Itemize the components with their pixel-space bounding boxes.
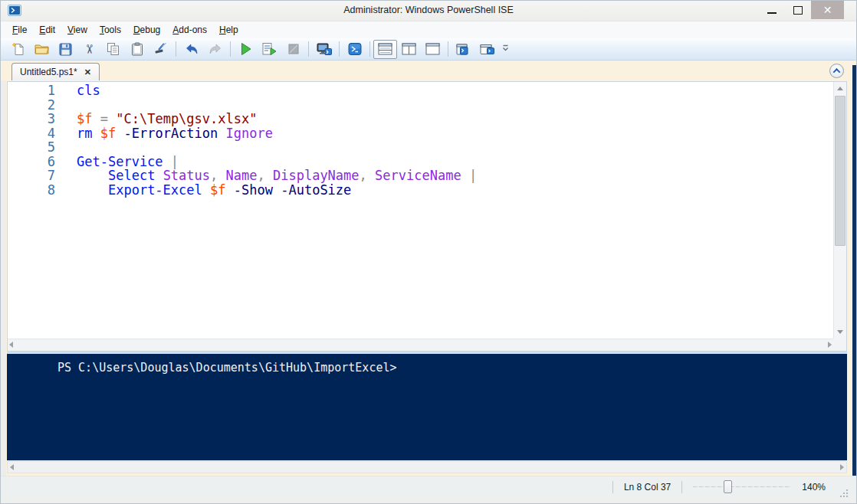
close-icon: ✕ [823, 4, 832, 16]
editor-horizontal-scrollbar[interactable] [8, 339, 833, 351]
statusbar-separator [681, 481, 682, 493]
script-tab[interactable]: Untitled5.ps1* ✕ [11, 63, 100, 80]
scroll-left-arrow-icon[interactable] [10, 464, 14, 470]
statusbar: Ln 8 Col 37 140% [1, 476, 856, 498]
console-prompt[interactable]: PS C:\Users\Douglas\Documents\GitHub\Imp… [57, 361, 397, 375]
show-script-pane-right-button[interactable] [397, 40, 421, 59]
code-line: 7 Select Status, Name, DisplayName, Serv… [8, 169, 833, 183]
code-text: rm $f -ErrorAction Ignore [77, 126, 273, 141]
code-text: Select Status, Name, DisplayName, Servic… [77, 169, 477, 183]
menu-add-ons[interactable]: Add-ons [166, 22, 213, 38]
editor-vertical-scrollbar[interactable] [833, 82, 846, 339]
editor-scrollbar-thumb[interactable] [835, 96, 846, 246]
new-script-button[interactable] [6, 40, 30, 59]
code-line: 4rm $f -ErrorAction Ignore [8, 126, 833, 141]
line-number: 5 [8, 140, 55, 155]
tab-close-icon[interactable]: ✕ [84, 67, 91, 77]
minimize-icon [767, 12, 777, 14]
menubar: File Edit View Tools Debug Add-ons Help [1, 21, 856, 38]
toolbar-separator [448, 41, 448, 57]
line-number: 3 [8, 112, 55, 126]
run-script-button[interactable] [234, 40, 258, 59]
scroll-right-arrow-icon[interactable] [828, 342, 832, 348]
script-tab-label: Untitled5.ps1* [20, 67, 77, 77]
start-powershell-exe-button[interactable] [343, 40, 366, 59]
cursor-position: Ln 8 Col 37 [624, 482, 671, 493]
scroll-down-arrow-icon[interactable] [834, 326, 846, 338]
undo-button[interactable] [179, 40, 203, 59]
powershell-exe-icon [348, 42, 362, 56]
toolbar-separator [230, 41, 231, 57]
script-editor-pane[interactable]: 1cls23$f = "C:\Temp\gsv.xlsx"4rm $f -Err… [7, 81, 847, 352]
run-play-icon [240, 42, 252, 56]
resize-grip[interactable] [838, 487, 849, 498]
cut-button[interactable]: ✂ [77, 40, 101, 59]
line-number: 6 [8, 155, 55, 169]
powershell-tab-icon [456, 43, 471, 56]
overflow-chevron-icon [501, 43, 510, 53]
open-script-button[interactable] [30, 40, 54, 59]
code-lines[interactable]: 1cls23$f = "C:\Temp\gsv.xlsx"4rm $f -Err… [8, 82, 833, 339]
stop-operation-button[interactable] [281, 40, 305, 59]
clear-console-pane-button[interactable] [149, 40, 172, 59]
paste-button[interactable] [125, 40, 149, 59]
new-remote-powershell-tab-button[interactable] [312, 40, 336, 59]
scroll-up-arrow-icon[interactable] [834, 83, 846, 95]
tabstrip: Untitled5.ps1* ✕ [1, 61, 856, 80]
scrollbar-corner [833, 339, 846, 351]
code-line: 2 [8, 98, 833, 113]
new-script-icon [11, 42, 25, 56]
paste-clipboard-icon [131, 42, 143, 56]
maximize-icon [793, 6, 803, 15]
save-script-button[interactable] [54, 40, 77, 59]
console-pane[interactable]: PS C:\Users\Douglas\Documents\GitHub\Imp… [7, 352, 847, 460]
script-pane-top-icon [378, 43, 392, 55]
collapse-script-pane-button[interactable] [829, 64, 844, 78]
start-powershell-in-new-window-button[interactable] [475, 40, 499, 59]
scroll-left-arrow-icon[interactable] [9, 342, 13, 348]
line-number: 8 [8, 183, 55, 198]
titlebar: Administrator: Windows PowerShell ISE ✕ [1, 1, 856, 21]
save-floppy-icon [59, 43, 72, 56]
script-pane-right-icon [402, 43, 416, 55]
close-button[interactable]: ✕ [811, 1, 844, 19]
menu-file[interactable]: File [6, 22, 33, 38]
zoom-slider[interactable] [693, 480, 791, 494]
menu-help[interactable]: Help [213, 22, 245, 38]
menu-view[interactable]: View [61, 22, 94, 38]
menu-debug[interactable]: Debug [127, 22, 166, 38]
code-line: 6Get-Service | [8, 155, 833, 169]
redo-button[interactable] [203, 40, 227, 59]
maximize-button[interactable] [787, 1, 809, 20]
window-frame-bottom [1, 498, 856, 504]
window-title: Administrator: Windows PowerShell ISE [1, 5, 856, 15]
menu-edit[interactable]: Edit [33, 22, 61, 38]
zoom-slider-track[interactable] [693, 486, 791, 487]
minimize-button[interactable] [761, 1, 783, 20]
copy-button[interactable] [101, 40, 125, 59]
line-number: 7 [8, 169, 55, 183]
show-script-pane-maximized-button[interactable] [421, 40, 445, 59]
statusbar-separator [612, 481, 613, 493]
desktop-edge-strip [852, 65, 856, 494]
new-powershell-tab-button[interactable] [451, 40, 475, 59]
run-selection-button[interactable] [258, 40, 281, 59]
code-line: 3$f = "C:\Temp\gsv.xlsx" [8, 112, 833, 126]
console-horizontal-scrollbar[interactable] [7, 461, 847, 473]
chevron-up-icon [833, 68, 841, 76]
code-text: $f = "C:\Temp\gsv.xlsx" [77, 112, 257, 126]
show-script-pane-top-button[interactable] [373, 40, 397, 59]
remote-computer-icon [317, 43, 332, 56]
toolbar-overflow-button[interactable] [501, 42, 510, 56]
zoom-slider-thumb[interactable] [724, 480, 732, 493]
code-line: 1cls [8, 83, 833, 98]
menu-tools[interactable]: Tools [94, 22, 127, 38]
redo-arrow-icon [208, 43, 223, 56]
toolbar: ✂ [1, 38, 856, 61]
code-line: 5 [8, 140, 833, 155]
toolbar-separator [308, 41, 309, 57]
scroll-right-arrow-icon[interactable] [840, 464, 844, 470]
stop-square-icon [288, 44, 299, 54]
line-number: 1 [8, 83, 55, 98]
code-text: cls [77, 83, 100, 98]
